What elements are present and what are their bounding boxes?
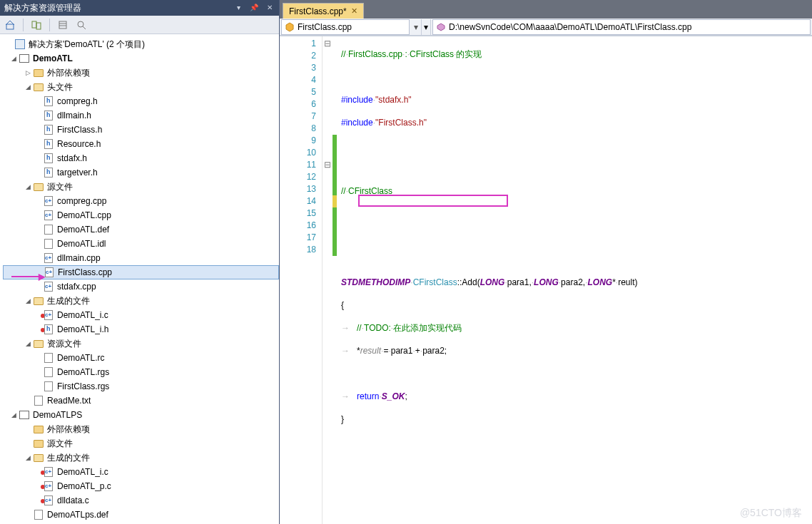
- folder-headers[interactable]: ◢头文件: [3, 80, 279, 94]
- file-demoatlps-def[interactable]: DemoATLps.def: [3, 508, 279, 522]
- svg-rect-2: [36, 23, 41, 29]
- svg-point-6: [78, 21, 83, 27]
- solution-node[interactable]: 解决方案'DemoATL' (2 个项目): [3, 37, 279, 51]
- file-compreg-h[interactable]: compreg.h: [3, 94, 279, 108]
- file-firstclass-h[interactable]: FirstClass.h: [3, 123, 279, 137]
- member-dropdown[interactable]: D:\newSvnCode\COM\aaaa\DemoATL\DemoATL\F…: [432, 19, 811, 35]
- file-demoatl-pc[interactable]: DemoATL_p.c: [3, 479, 279, 493]
- file-readme[interactable]: ReadMe.txt: [3, 394, 279, 408]
- file-stdafx-cpp[interactable]: stdafx.cpp: [3, 279, 279, 294]
- scope-dropdown[interactable]: FirstClass.cpp: [281, 19, 410, 35]
- folder-external-deps[interactable]: ▷外部依赖项: [3, 66, 279, 80]
- file-demoatl-rc[interactable]: DemoATL.rc: [3, 351, 279, 365]
- file-demoatl-def[interactable]: DemoATL.def: [3, 222, 279, 237]
- svg-rect-0: [6, 24, 14, 29]
- svg-rect-3: [59, 21, 66, 29]
- file-targetver-h[interactable]: targetver.h: [3, 165, 279, 180]
- solution-label: 解决方案'DemoATL' (2 个项目): [29, 38, 145, 51]
- project-label: DemoATLPS: [33, 410, 82, 420]
- file-firstclass-cpp[interactable]: FirstClass.cpp: [3, 265, 279, 279]
- editor-tabs: FirstClass.cpp* ✕: [280, 0, 812, 19]
- nav-splitter[interactable]: ▾: [421, 19, 431, 35]
- file-stdafx-h[interactable]: stdafx.h: [3, 151, 279, 165]
- dropdown-arrow-icon[interactable]: ▾: [411, 22, 421, 32]
- file-demoatl-ih[interactable]: DemoATL_i.h: [3, 322, 279, 337]
- code-editor[interactable]: 123456789 101112131415161718 ⊟ ⊟ //·Firs…: [280, 36, 812, 524]
- outline-column[interactable]: ⊟ ⊟: [323, 36, 333, 524]
- project-node-demoatl[interactable]: ◢DemoATL: [3, 51, 279, 66]
- tab-label: FirstClass.cpp*: [289, 6, 347, 16]
- panel-title: 解决方案资源管理器: [4, 0, 233, 16]
- close-icon[interactable]: ✕: [265, 3, 275, 13]
- folder-generated-2[interactable]: ◢生成的文件: [3, 451, 279, 465]
- cpp-file-icon: [285, 22, 295, 32]
- editor-tab-firstclass[interactable]: FirstClass.cpp* ✕: [283, 3, 364, 19]
- folder-external-deps-2[interactable]: 外部依赖项: [3, 422, 279, 436]
- project-node-demoatlps[interactable]: ◢DemoATLPS: [3, 408, 279, 422]
- folder-sources[interactable]: ◢源文件: [3, 180, 279, 194]
- dropdown-icon[interactable]: ▾: [233, 3, 243, 13]
- navigation-bar: FirstClass.cpp ▾ ▾ D:\newSvnCode\COM\aaa…: [280, 19, 812, 36]
- editor-panel: FirstClass.cpp* ✕ FirstClass.cpp ▾ ▾ D:\…: [280, 0, 812, 524]
- file-dllmain-h[interactable]: dllmain.h: [3, 108, 279, 123]
- project-label: DemoATL: [33, 53, 73, 63]
- file-demoatl-cpp[interactable]: DemoATL.cpp: [3, 208, 279, 222]
- folder-resources[interactable]: ◢资源文件: [3, 337, 279, 351]
- file-path: D:\newSvnCode\COM\aaaa\DemoATL\DemoATL\F…: [449, 22, 691, 32]
- show-all-icon[interactable]: [74, 18, 88, 32]
- file-dllmain-cpp[interactable]: dllmain.cpp: [3, 251, 279, 265]
- pin-icon[interactable]: 📌: [249, 3, 259, 13]
- svg-line-7: [83, 26, 86, 29]
- scope-label: FirstClass.cpp: [298, 22, 352, 32]
- tab-close-icon[interactable]: ✕: [351, 6, 357, 16]
- file-firstclass-rgs[interactable]: FirstClass.rgs: [3, 379, 279, 394]
- folder-generated[interactable]: ◢生成的文件: [3, 294, 279, 308]
- panel-toolbar: [0, 16, 279, 34]
- refresh-icon[interactable]: [29, 18, 44, 32]
- file-demoatl-idl[interactable]: DemoATL.idl: [3, 237, 279, 251]
- function-icon: [436, 22, 446, 32]
- file-resource-h[interactable]: Resource.h: [3, 137, 279, 151]
- file-compreg-cpp[interactable]: compreg.cpp: [3, 194, 279, 208]
- properties-icon[interactable]: [56, 18, 70, 32]
- file-demoatl-ic[interactable]: DemoATL_i.c: [3, 308, 279, 322]
- folder-sources-2[interactable]: 源文件: [3, 436, 279, 451]
- solution-tree[interactable]: 解决方案'DemoATL' (2 个项目) ◢DemoATL ▷外部依赖项 ◢头…: [0, 34, 279, 524]
- code-area[interactable]: //·FirstClass.cpp·:·CFirstClass·的实现 #inc…: [337, 36, 812, 524]
- panel-titlebar: 解决方案资源管理器 ▾ 📌 ✕: [0, 0, 279, 16]
- file-demoatl-ic-2[interactable]: DemoATL_i.c: [3, 465, 279, 479]
- file-dlldata-c[interactable]: dlldata.c: [3, 493, 279, 508]
- solution-explorer-panel: 解决方案资源管理器 ▾ 📌 ✕ 解决方案'DemoATL' (2 个项目) ◢D…: [0, 0, 280, 524]
- svg-rect-1: [32, 21, 36, 28]
- file-demoatl-rgs[interactable]: DemoATL.rgs: [3, 365, 279, 379]
- home-icon[interactable]: [3, 18, 17, 32]
- line-numbers: 123456789 101112131415161718: [280, 36, 323, 524]
